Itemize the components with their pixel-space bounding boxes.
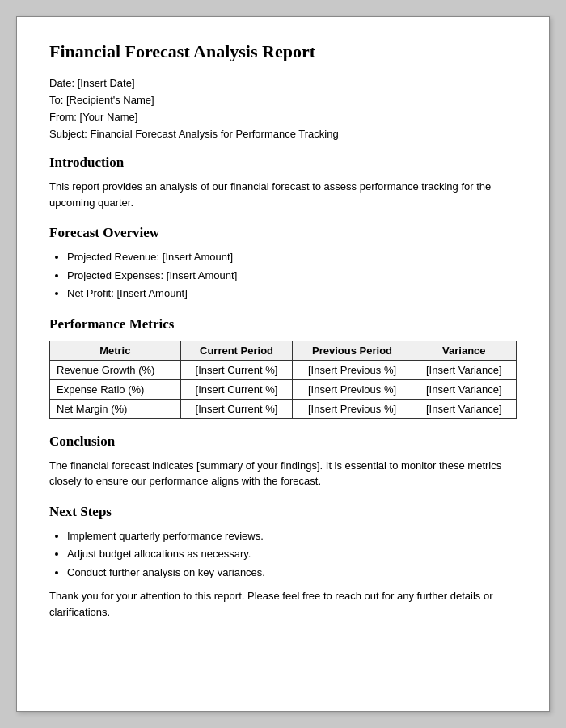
col-header-previous: Previous Period	[293, 341, 412, 360]
table-row: Revenue Growth (%) [Insert Current %] [I…	[50, 360, 517, 379]
forecast-overview-heading: Forecast Overview	[49, 225, 517, 241]
row1-current: [Insert Current %]	[180, 360, 293, 379]
conclusion-heading: Conclusion	[49, 434, 517, 450]
meta-subject: Subject: Financial Forecast Analysis for…	[49, 128, 517, 140]
row3-variance: [Insert Variance]	[412, 399, 516, 418]
table-row: Net Margin (%) [Insert Current %] [Inser…	[50, 399, 517, 418]
introduction-heading: Introduction	[49, 154, 517, 171]
row3-metric: Net Margin (%)	[50, 399, 181, 418]
row3-current: [Insert Current %]	[180, 399, 293, 418]
metrics-table: Metric Current Period Previous Period Va…	[49, 341, 517, 419]
col-header-variance: Variance	[412, 341, 516, 360]
meta-from: From: [Your Name]	[49, 111, 517, 123]
list-item: Projected Revenue: [Insert Amount]	[67, 249, 517, 265]
conclusion-body: The financial forecast indicates [summar…	[49, 458, 517, 489]
col-header-metric: Metric	[50, 341, 181, 360]
forecast-overview-list: Projected Revenue: [Insert Amount] Proje…	[67, 249, 517, 302]
row2-current: [Insert Current %]	[180, 379, 293, 399]
list-item: Projected Expenses: [Insert Amount]	[67, 268, 517, 284]
performance-metrics-heading: Performance Metrics	[49, 316, 517, 332]
row2-metric: Expense Ratio (%)	[50, 379, 181, 399]
meta-to: To: [Recipient's Name]	[49, 94, 517, 106]
report-title: Financial Forecast Analysis Report	[49, 41, 517, 62]
row1-metric: Revenue Growth (%)	[50, 360, 181, 379]
next-steps-list: Implement quarterly performance reviews.…	[67, 528, 517, 581]
row2-variance: [Insert Variance]	[412, 379, 516, 399]
table-row: Expense Ratio (%) [Insert Current %] [In…	[50, 379, 517, 399]
list-item: Net Profit: [Insert Amount]	[67, 286, 517, 302]
row1-variance: [Insert Variance]	[412, 360, 516, 379]
next-steps-heading: Next Steps	[49, 504, 517, 520]
row1-previous: [Insert Previous %]	[293, 360, 412, 379]
introduction-body: This report provides an analysis of our …	[49, 179, 517, 210]
row3-previous: [Insert Previous %]	[293, 399, 412, 418]
meta-date: Date: [Insert Date]	[49, 77, 517, 89]
report-page: Financial Forecast Analysis Report Date:…	[16, 16, 550, 712]
list-item: Conduct further analysis on key variance…	[67, 565, 517, 581]
closing-text: Thank you for your attention to this rep…	[49, 588, 517, 620]
col-header-current: Current Period	[180, 341, 293, 360]
row2-previous: [Insert Previous %]	[293, 379, 412, 399]
list-item: Implement quarterly performance reviews.	[67, 528, 517, 544]
list-item: Adjust budget allocations as necessary.	[67, 546, 517, 562]
